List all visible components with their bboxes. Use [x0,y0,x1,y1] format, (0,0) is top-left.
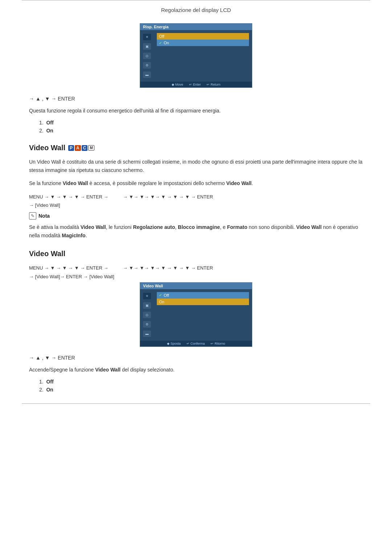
vw-menu-path: MENU → ▼ → ▼ → ▼ → ENTER → → ▼→ ▼→ ▼→ ▼ … [29,193,363,210]
risp-item-off: 1. Off [39,120,363,126]
bottom-rule [22,403,370,404]
vw-desc1: Un Video Wall è costituito da una serie … [29,158,363,174]
osd-menu-off: Off [157,33,249,40]
osd-icon-2: ▣ [143,43,151,50]
osd-vw-icon-4: ⚙ [143,321,151,328]
vw-item-off: 1. Off [39,379,363,385]
osd-icon-1: ☀ [143,34,151,40]
osd-vw-title: Video Wall [140,283,252,289]
badge-p: P [68,145,74,151]
nota-text: Se è attiva la modalità Video Wall, le f… [29,223,363,239]
osd-vw-icon-3: ◎ [143,312,151,318]
risp-nav-instruction: → ▲ , ▼ → ENTER [29,96,363,102]
osd-vw-icon-2: ▣ [143,302,151,309]
osd-vw-icon-5: ▬ [143,331,151,337]
osd-vw-menu-on: On [157,299,249,305]
risp-description: Questa funzione regola il consumo energe… [29,107,363,115]
vw-sub-desc: Accende/Spegne la funzione Video Wall de… [29,366,363,374]
badge-a: A [75,145,81,151]
video-wall-sub-heading: Video Wall [29,250,363,258]
badge-m: M [88,145,94,151]
vw-nav-instruction: → ▲ , ▼ → ENTER [29,355,363,361]
nota-label: Nota [38,213,50,219]
video-wall-heading: Video Wall P A C M [29,144,363,152]
page-header: Regolazione del display LCD [22,7,370,13]
vw-desc2: Se la funzione Video Wall è accesa, è po… [29,179,363,187]
osd-icon-3: ◎ [143,53,151,59]
osd-video-wall: Video Wall ☀ ▣ ◎ ⚙ ▬ ✔ Off On [29,282,363,347]
badge-c: C [82,145,88,151]
osd-vw-menu-off: ✔ Off [157,292,249,299]
nota-box: ✎ Nota [29,212,363,219]
osd-menu-on: ✔ On [157,40,249,46]
risp-item-on: 2. On [39,128,363,134]
osd-risp-energia: Risp. Energia ☀ ▣ ◎ ⚙ ▬ Off ✔ On [29,23,363,88]
osd-icon-5: ▬ [143,71,151,78]
vw-sub-menu-path: MENU → ▼ → ▼ → ▼ → ENTER → → ▼→ ▼→ ▼→ ▼ … [29,264,363,281]
osd-title: Risp. Energia [140,24,252,30]
osd-icon-4: ⚙ [143,62,151,69]
osd-vw-footer: ◆ Sposta ↵ Conferma ↩ Ritorno [140,341,252,346]
vw-item-on: 2. On [39,387,363,393]
osd-footer: ◆ Move ↵ Enter ↩ Return [140,82,252,87]
badge-group: P A C M [68,145,94,151]
nota-icon: ✎ [29,212,36,219]
osd-vw-icon-1: ☀ [143,293,151,299]
